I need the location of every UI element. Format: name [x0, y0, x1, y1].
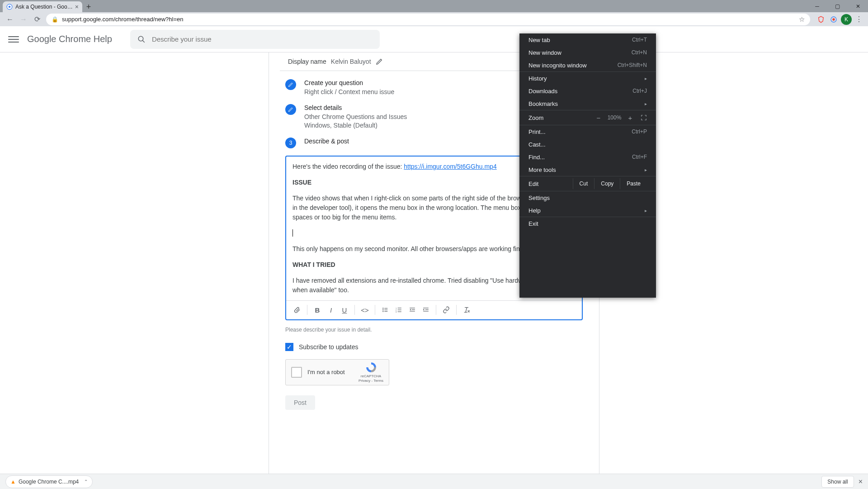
tab-strip: Ask a Question - Google Chrome × + ─ ▢ ✕ — [0, 0, 868, 12]
svg-point-8 — [382, 309, 383, 310]
menu-cut[interactable]: Cut — [573, 178, 594, 189]
search-box[interactable] — [130, 30, 380, 49]
recaptcha-checkbox[interactable] — [291, 367, 302, 378]
outdent-icon[interactable] — [406, 304, 419, 316]
menu-help[interactable]: Help▸ — [519, 204, 656, 217]
code-icon[interactable]: <> — [359, 304, 371, 316]
close-tab-icon[interactable]: × — [75, 3, 79, 10]
hamburger-menu[interactable] — [8, 34, 19, 45]
link-icon[interactable] — [440, 304, 453, 316]
post-button[interactable]: Post — [285, 395, 315, 410]
menu-downloads[interactable]: DownloadsCtrl+J — [519, 85, 656, 97]
address-bar[interactable]: 🔒 support.google.com/chrome/thread/new?h… — [46, 14, 810, 25]
menu-print[interactable]: Print...Ctrl+P — [519, 125, 656, 138]
step-2-sub1: Other Chrome Questions and Issues — [304, 113, 407, 122]
editor-toolbar: B I U <> 123 — [286, 300, 582, 319]
svg-rect-17 — [398, 312, 401, 312]
menu-paste[interactable]: Paste — [620, 178, 647, 189]
step-3-badge: 3 — [285, 138, 296, 148]
step-2-badge — [285, 104, 296, 115]
menu-zoom: Zoom − 100% + — [519, 110, 656, 125]
svg-point-10 — [382, 311, 383, 312]
lock-icon: 🔒 — [52, 16, 58, 23]
svg-rect-7 — [384, 308, 387, 309]
menu-cast[interactable]: Cast... — [519, 138, 656, 151]
step-2-sub2: Windows, Stable (Default) — [304, 121, 407, 130]
subscribe-row[interactable]: ✓ Subscribe to updates — [285, 343, 583, 351]
bold-icon[interactable]: B — [311, 304, 324, 316]
menu-copy[interactable]: Copy — [594, 178, 620, 189]
tab-favicon — [6, 4, 13, 10]
number-list-icon[interactable]: 123 — [392, 304, 405, 316]
menu-edit: Edit Cut Copy Paste — [519, 176, 656, 191]
maximize-button[interactable]: ▢ — [827, 0, 848, 12]
recaptcha-box: I'm not a robot reCAPTCHA Privacy - Term… — [285, 359, 389, 385]
italic-icon[interactable]: I — [325, 304, 337, 316]
fullscreen-icon[interactable] — [641, 114, 647, 121]
menu-new-tab[interactable]: New tabCtrl+T — [519, 33, 656, 46]
svg-rect-9 — [384, 310, 387, 310]
browser-tab[interactable]: Ask a Question - Google Chrome × — [3, 1, 82, 12]
show-all-downloads-button[interactable]: Show all — [821, 476, 854, 488]
zoom-value: 100% — [605, 114, 623, 121]
attach-icon[interactable] — [291, 304, 303, 316]
editor-h-tried: WHAT I TRIED — [292, 261, 335, 268]
back-button[interactable]: ← — [4, 13, 16, 26]
clear-format-icon[interactable] — [460, 304, 473, 316]
svg-rect-15 — [398, 310, 401, 310]
download-item[interactable]: ▲ Google Chrome C....mp4 ⌃ — [5, 475, 93, 488]
svg-rect-19 — [412, 309, 415, 310]
close-download-shelf-icon[interactable]: × — [859, 478, 863, 486]
subscribe-label: Subscribe to updates — [299, 343, 359, 351]
subscribe-checkbox[interactable]: ✓ — [285, 343, 293, 351]
menu-history[interactable]: History▸ — [519, 72, 656, 85]
profile-avatar[interactable]: K — [841, 14, 852, 25]
svg-rect-20 — [410, 311, 415, 312]
close-window-button[interactable]: ✕ — [848, 0, 868, 12]
edit-name-icon[interactable] — [376, 58, 383, 65]
search-icon — [137, 35, 146, 43]
zoom-out-button[interactable]: − — [594, 114, 604, 122]
reload-button[interactable]: ⟳ — [31, 13, 43, 26]
svg-text:3: 3 — [396, 311, 397, 313]
chrome-menu-button[interactable]: ⋮ — [854, 14, 864, 25]
svg-rect-11 — [384, 311, 387, 312]
brave-shield-icon[interactable] — [816, 14, 826, 25]
svg-rect-23 — [423, 311, 429, 312]
download-chevron-icon[interactable]: ⌃ — [84, 479, 88, 484]
menu-new-incognito[interactable]: New incognito windowCtrl+Shift+N — [519, 59, 656, 71]
bullet-list-icon[interactable] — [379, 304, 392, 316]
step-1-title: Create your question — [304, 79, 394, 86]
forward-button[interactable]: → — [17, 13, 30, 26]
editor-h-issue: ISSUE — [292, 179, 311, 186]
svg-rect-13 — [398, 308, 401, 309]
url-text: support.google.com/chrome/thread/new?hl=… — [62, 16, 183, 23]
minimize-button[interactable]: ─ — [807, 0, 827, 12]
editor-link[interactable]: https://i.imgur.com/5t6GGhu.mp4 — [404, 163, 496, 170]
svg-point-1 — [9, 6, 11, 8]
svg-rect-21 — [423, 308, 429, 309]
step-1-badge — [285, 79, 296, 90]
menu-settings[interactable]: Settings — [519, 191, 656, 204]
chrome-overflow-menu: New tabCtrl+T New windowCtrl+N New incog… — [519, 33, 656, 298]
menu-exit[interactable]: Exit — [519, 217, 656, 230]
menu-new-window[interactable]: New windowCtrl+N — [519, 46, 656, 59]
new-tab-button[interactable]: + — [82, 1, 95, 12]
step-3-title: Describe & post — [304, 138, 349, 145]
bookmark-star-icon[interactable]: ☆ — [799, 15, 805, 24]
page-header: Google Chrome Help — [0, 26, 868, 52]
menu-more-tools[interactable]: More tools▸ — [519, 163, 656, 176]
underline-icon[interactable]: U — [338, 304, 351, 316]
indent-icon[interactable] — [420, 304, 432, 316]
menu-find[interactable]: Find...Ctrl+F — [519, 151, 656, 163]
zoom-in-button[interactable]: + — [625, 114, 635, 122]
editor-intro: Here's the video recording of the issue: — [292, 163, 404, 170]
recaptcha-logo: reCAPTCHA Privacy - Terms — [359, 361, 383, 383]
menu-bookmarks[interactable]: Bookmarks▸ — [519, 97, 656, 110]
svg-line-5 — [142, 40, 145, 43]
chrome-ext-icon[interactable] — [828, 14, 839, 25]
browser-toolbar: ← → ⟳ 🔒 support.google.com/chrome/thread… — [0, 12, 868, 26]
search-input[interactable] — [152, 35, 373, 43]
recaptcha-label: I'm not a robot — [307, 369, 359, 375]
editor-hint: Please describe your issue in detail. — [285, 327, 583, 333]
